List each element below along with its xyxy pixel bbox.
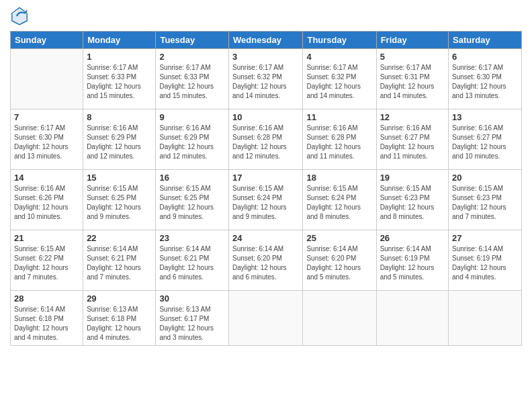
calendar-table: SundayMondayTuesdayWednesdayThursdayFrid… — [10, 31, 522, 346]
day-info: Sunrise: 6:17 AM Sunset: 6:31 PM Dayligh… — [380, 63, 445, 101]
calendar-cell: 16Sunrise: 6:15 AM Sunset: 6:25 PM Dayli… — [156, 170, 229, 230]
day-info: Sunrise: 6:17 AM Sunset: 6:32 PM Dayligh… — [306, 63, 372, 101]
day-number: 30 — [159, 293, 225, 304]
calendar-cell: 19Sunrise: 6:15 AM Sunset: 6:23 PM Dayli… — [376, 170, 448, 230]
day-info: Sunrise: 6:17 AM Sunset: 6:33 PM Dayligh… — [87, 63, 152, 101]
day-number: 29 — [87, 293, 152, 304]
calendar-cell: 18Sunrise: 6:15 AM Sunset: 6:24 PM Dayli… — [303, 170, 376, 230]
calendar-cell: 21Sunrise: 6:15 AM Sunset: 6:22 PM Dayli… — [11, 230, 83, 291]
calendar-week-5: 28Sunrise: 6:14 AM Sunset: 6:18 PM Dayli… — [11, 291, 522, 346]
calendar-cell: 23Sunrise: 6:14 AM Sunset: 6:21 PM Dayli… — [156, 230, 229, 291]
day-number: 22 — [87, 233, 152, 243]
day-number: 9 — [159, 112, 225, 122]
calendar-cell — [303, 291, 376, 346]
calendar-cell — [376, 291, 448, 346]
calendar-cell: 11Sunrise: 6:16 AM Sunset: 6:28 PM Dayli… — [303, 109, 376, 170]
day-number: 14 — [14, 173, 79, 183]
day-info: Sunrise: 6:16 AM Sunset: 6:29 PM Dayligh… — [87, 124, 152, 161]
calendar-week-1: 1Sunrise: 6:17 AM Sunset: 6:33 PM Daylig… — [11, 49, 522, 109]
day-info: Sunrise: 6:13 AM Sunset: 6:18 PM Dayligh… — [87, 305, 152, 342]
day-info: Sunrise: 6:13 AM Sunset: 6:17 PM Dayligh… — [159, 305, 225, 342]
calendar-cell: 28Sunrise: 6:14 AM Sunset: 6:18 PM Dayli… — [11, 291, 83, 346]
weekday-header-sunday: Sunday — [11, 32, 83, 49]
day-info: Sunrise: 6:14 AM Sunset: 6:19 PM Dayligh… — [452, 244, 518, 282]
calendar-cell: 12Sunrise: 6:16 AM Sunset: 6:27 PM Dayli… — [376, 109, 448, 170]
calendar-cell: 25Sunrise: 6:14 AM Sunset: 6:20 PM Dayli… — [303, 230, 376, 291]
weekday-header-saturday: Saturday — [449, 32, 522, 49]
calendar-cell: 15Sunrise: 6:15 AM Sunset: 6:25 PM Dayli… — [83, 170, 156, 230]
calendar-cell: 20Sunrise: 6:15 AM Sunset: 6:23 PM Dayli… — [449, 170, 522, 230]
day-info: Sunrise: 6:15 AM Sunset: 6:25 PM Dayligh… — [159, 184, 225, 222]
logo — [10, 7, 32, 26]
day-info: Sunrise: 6:14 AM Sunset: 6:18 PM Dayligh… — [14, 305, 79, 342]
day-info: Sunrise: 6:16 AM Sunset: 6:27 PM Dayligh… — [380, 124, 445, 161]
day-number: 8 — [87, 112, 152, 122]
day-number: 24 — [232, 233, 299, 243]
day-number: 4 — [306, 52, 372, 62]
weekday-header-row: SundayMondayTuesdayWednesdayThursdayFrid… — [11, 32, 522, 49]
day-info: Sunrise: 6:17 AM Sunset: 6:32 PM Dayligh… — [232, 63, 299, 101]
weekday-header-wednesday: Wednesday — [229, 32, 303, 49]
logo-icon — [10, 7, 29, 26]
day-info: Sunrise: 6:14 AM Sunset: 6:21 PM Dayligh… — [87, 244, 152, 282]
calendar-cell: 3Sunrise: 6:17 AM Sunset: 6:32 PM Daylig… — [229, 49, 303, 109]
weekday-header-thursday: Thursday — [303, 32, 376, 49]
calendar-week-2: 7Sunrise: 6:17 AM Sunset: 6:30 PM Daylig… — [11, 109, 522, 170]
day-info: Sunrise: 6:15 AM Sunset: 6:24 PM Dayligh… — [232, 184, 299, 222]
day-info: Sunrise: 6:15 AM Sunset: 6:22 PM Dayligh… — [14, 244, 79, 282]
day-number: 5 — [380, 52, 445, 62]
day-number: 17 — [232, 173, 299, 183]
day-info: Sunrise: 6:16 AM Sunset: 6:29 PM Dayligh… — [159, 124, 225, 161]
calendar-cell: 29Sunrise: 6:13 AM Sunset: 6:18 PM Dayli… — [83, 291, 156, 346]
calendar-cell: 13Sunrise: 6:16 AM Sunset: 6:27 PM Dayli… — [449, 109, 522, 170]
calendar-cell: 1Sunrise: 6:17 AM Sunset: 6:33 PM Daylig… — [83, 49, 156, 109]
calendar-week-4: 21Sunrise: 6:15 AM Sunset: 6:22 PM Dayli… — [11, 230, 522, 291]
day-info: Sunrise: 6:15 AM Sunset: 6:23 PM Dayligh… — [452, 184, 518, 222]
calendar-cell: 8Sunrise: 6:16 AM Sunset: 6:29 PM Daylig… — [83, 109, 156, 170]
day-number: 6 — [452, 52, 518, 62]
day-number: 15 — [87, 173, 152, 183]
calendar-cell: 17Sunrise: 6:15 AM Sunset: 6:24 PM Dayli… — [229, 170, 303, 230]
day-number: 27 — [452, 233, 518, 243]
day-info: Sunrise: 6:15 AM Sunset: 6:23 PM Dayligh… — [380, 184, 445, 222]
day-info: Sunrise: 6:16 AM Sunset: 6:27 PM Dayligh… — [452, 124, 518, 161]
calendar-cell: 24Sunrise: 6:14 AM Sunset: 6:20 PM Dayli… — [229, 230, 303, 291]
day-number: 18 — [306, 173, 372, 183]
calendar-cell: 7Sunrise: 6:17 AM Sunset: 6:30 PM Daylig… — [11, 109, 83, 170]
calendar-cell: 6Sunrise: 6:17 AM Sunset: 6:30 PM Daylig… — [449, 49, 522, 109]
day-info: Sunrise: 6:16 AM Sunset: 6:26 PM Dayligh… — [14, 184, 79, 222]
calendar-cell: 27Sunrise: 6:14 AM Sunset: 6:19 PM Dayli… — [449, 230, 522, 291]
day-number: 3 — [232, 52, 299, 62]
svg-marker-0 — [11, 9, 28, 24]
weekday-header-friday: Friday — [376, 32, 448, 49]
page: SundayMondayTuesdayWednesdayThursdayFrid… — [0, 0, 532, 411]
day-info: Sunrise: 6:15 AM Sunset: 6:25 PM Dayligh… — [87, 184, 152, 222]
calendar-cell: 22Sunrise: 6:14 AM Sunset: 6:21 PM Dayli… — [83, 230, 156, 291]
day-number: 13 — [452, 112, 518, 122]
day-info: Sunrise: 6:15 AM Sunset: 6:24 PM Dayligh… — [306, 184, 372, 222]
day-info: Sunrise: 6:16 AM Sunset: 6:28 PM Dayligh… — [306, 124, 372, 161]
calendar-cell: 5Sunrise: 6:17 AM Sunset: 6:31 PM Daylig… — [376, 49, 448, 109]
weekday-header-monday: Monday — [83, 32, 156, 49]
day-info: Sunrise: 6:14 AM Sunset: 6:21 PM Dayligh… — [159, 244, 225, 282]
day-number: 20 — [452, 173, 518, 183]
day-number: 26 — [380, 233, 445, 243]
day-number: 12 — [380, 112, 445, 122]
day-info: Sunrise: 6:17 AM Sunset: 6:33 PM Dayligh… — [159, 63, 225, 101]
calendar-cell: 10Sunrise: 6:16 AM Sunset: 6:28 PM Dayli… — [229, 109, 303, 170]
day-info: Sunrise: 6:17 AM Sunset: 6:30 PM Dayligh… — [14, 124, 79, 161]
calendar-week-3: 14Sunrise: 6:16 AM Sunset: 6:26 PM Dayli… — [11, 170, 522, 230]
calendar-cell: 14Sunrise: 6:16 AM Sunset: 6:26 PM Dayli… — [11, 170, 83, 230]
day-number: 23 — [159, 233, 225, 243]
day-info: Sunrise: 6:14 AM Sunset: 6:20 PM Dayligh… — [306, 244, 372, 282]
day-number: 21 — [14, 233, 79, 243]
calendar-cell: 9Sunrise: 6:16 AM Sunset: 6:29 PM Daylig… — [156, 109, 229, 170]
day-info: Sunrise: 6:14 AM Sunset: 6:19 PM Dayligh… — [380, 244, 445, 282]
calendar-cell — [449, 291, 522, 346]
weekday-header-tuesday: Tuesday — [156, 32, 229, 49]
calendar-cell — [11, 49, 83, 109]
day-info: Sunrise: 6:17 AM Sunset: 6:30 PM Dayligh… — [452, 63, 518, 101]
day-number: 11 — [306, 112, 372, 122]
calendar-cell — [229, 291, 303, 346]
day-number: 2 — [159, 52, 225, 62]
